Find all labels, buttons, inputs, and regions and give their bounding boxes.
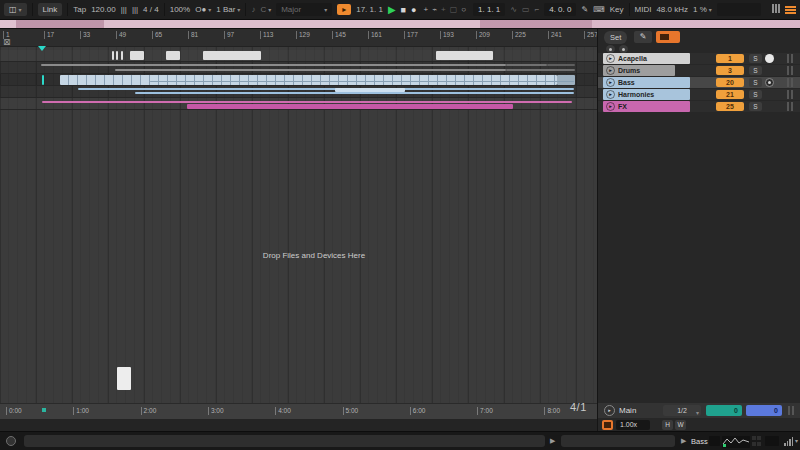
- track-title[interactable]: ▸ Drums: [603, 65, 675, 76]
- groove-selector[interactable]: O● ▾: [195, 5, 211, 14]
- solo-button[interactable]: S: [749, 66, 762, 75]
- clip-value-box[interactable]: [765, 436, 779, 446]
- solo-button[interactable]: S: [749, 102, 762, 111]
- envelope-box-icon[interactable]: ⊠: [3, 37, 11, 47]
- track-header-drums[interactable]: ▸ Drums 3 S: [598, 65, 800, 76]
- dragged-clip[interactable]: [117, 367, 131, 390]
- arm-button[interactable]: [765, 78, 774, 87]
- map-number-badge[interactable]: 1: [716, 54, 744, 63]
- clip[interactable]: [335, 88, 405, 92]
- clip[interactable]: [116, 51, 118, 60]
- status-field-mid[interactable]: [561, 435, 675, 447]
- main-track-header[interactable]: ▸ Main 1/2 ▾ 0 0: [598, 403, 800, 418]
- clip[interactable]: [115, 69, 506, 71]
- computer-midi-keyboard-icon[interactable]: ⌨: [593, 5, 605, 14]
- arrangement-overview[interactable]: [0, 20, 800, 29]
- draw-mode-icon[interactable]: ✎: [581, 5, 588, 14]
- time-ruler[interactable]: 0:001:002:003:004:005:006:007:008:00: [0, 403, 597, 419]
- back-to-arrangement-button[interactable]: [602, 420, 613, 430]
- nudge-down-button[interactable]: |||: [121, 5, 127, 14]
- arm-button[interactable]: [765, 54, 774, 63]
- output-meter-icon[interactable]: [784, 437, 794, 446]
- arrangement-area[interactable]: 1173349658197113129145161177193209225241…: [0, 29, 597, 419]
- follow-button[interactable]: ▸: [337, 4, 351, 15]
- grid-interval-selector[interactable]: 1/2 ▾: [663, 405, 701, 416]
- clip-color-box[interactable]: [709, 436, 720, 446]
- track-title[interactable]: ▸ FX: [603, 101, 690, 112]
- clip[interactable]: [42, 75, 44, 85]
- solo-button[interactable]: S: [749, 54, 762, 63]
- solo-button[interactable]: S: [749, 78, 762, 87]
- tap-tempo-button[interactable]: Tap: [73, 5, 86, 14]
- bar-ruler[interactable]: 1173349658197113129145161177193209225241…: [0, 29, 597, 47]
- expand-arrow-icon[interactable]: ▶: [550, 437, 555, 445]
- chevron-down-icon[interactable]: ▾: [795, 437, 798, 444]
- map-number-badge[interactable]: 21: [716, 90, 744, 99]
- clip[interactable]: [547, 64, 575, 66]
- draw-mode-button[interactable]: ✎: [634, 31, 652, 43]
- quantize-selector[interactable]: 1 Bar ▾: [216, 5, 240, 14]
- clip[interactable]: [42, 101, 572, 103]
- punch-icon[interactable]: ⌐: [535, 5, 540, 14]
- next-locator-button[interactable]: [619, 45, 628, 53]
- scale-name-selector[interactable]: Major ▾: [276, 3, 332, 16]
- track-header-fx[interactable]: ▸ FX 25 S: [598, 101, 800, 112]
- cpu-load-selector[interactable]: 1 % ▾: [693, 5, 712, 14]
- selected-clip-name[interactable]: Bass: [691, 437, 708, 446]
- nudge-up-button[interactable]: |||: [132, 5, 138, 14]
- tempo-field[interactable]: 120.00: [91, 5, 115, 14]
- clip[interactable]: [506, 64, 547, 66]
- fade-tool-icon[interactable]: ∿: [510, 5, 517, 14]
- groove-amount-field[interactable]: 100%: [170, 5, 190, 14]
- track-lanes[interactable]: [0, 50, 597, 110]
- tool-icon[interactable]: +: [423, 5, 428, 14]
- volume-field[interactable]: 0: [746, 405, 782, 416]
- solo-button[interactable]: S: [749, 90, 762, 99]
- status-field-left[interactable]: [24, 435, 545, 447]
- loop-start-display[interactable]: 1. 1. 1: [473, 3, 505, 16]
- menu-icon[interactable]: [785, 5, 796, 15]
- clip[interactable]: [121, 51, 123, 60]
- automation-overdub-button[interactable]: [656, 31, 680, 43]
- map-number-badge[interactable]: 3: [716, 66, 744, 75]
- clip[interactable]: [135, 92, 574, 94]
- playback-speed-field[interactable]: 1.00x: [616, 420, 650, 430]
- clip[interactable]: [112, 51, 114, 60]
- track-header-harmonies[interactable]: ▸ Harmonies 21 S: [598, 89, 800, 100]
- empty-track-area[interactable]: Drop Files and Devices Here: [0, 110, 597, 403]
- clip[interactable]: [166, 51, 180, 60]
- clip[interactable]: [130, 51, 144, 60]
- optimize-width-button[interactable]: W: [675, 420, 686, 430]
- view-menu-button[interactable]: ◫ ▾: [4, 3, 27, 16]
- arrangement-position-display[interactable]: 17. 1. 1: [356, 5, 383, 14]
- clip[interactable]: [187, 104, 513, 109]
- track-title[interactable]: ▸ Harmonies: [603, 89, 690, 100]
- pan-field[interactable]: 0: [706, 405, 742, 416]
- clip[interactable]: [41, 64, 506, 66]
- map-number-badge[interactable]: 20: [716, 78, 744, 87]
- prev-locator-button[interactable]: [606, 45, 615, 53]
- clip[interactable]: [436, 51, 493, 60]
- scale-root-selector[interactable]: C ▾: [260, 5, 271, 14]
- clip[interactable]: [203, 51, 261, 60]
- play-button[interactable]: ▶: [388, 4, 396, 15]
- tool-icon[interactable]: ⌁: [432, 5, 437, 14]
- clip[interactable]: [78, 88, 574, 90]
- optimize-height-button[interactable]: H: [662, 420, 673, 430]
- track-header-acapella[interactable]: ▸ Acapella 1 S: [598, 53, 800, 64]
- clip-waveform-preview[interactable]: [722, 436, 750, 448]
- clip[interactable]: [557, 75, 575, 85]
- track-title[interactable]: ▸ Bass: [603, 77, 690, 88]
- info-icon[interactable]: [6, 436, 16, 446]
- loop-length-display[interactable]: 4. 0. 0: [544, 3, 576, 16]
- clip[interactable]: [60, 75, 557, 85]
- tool-icon[interactable]: ▢: [450, 5, 458, 14]
- key-map-button[interactable]: Key: [610, 5, 624, 14]
- map-number-badge[interactable]: 25: [716, 102, 744, 111]
- track-header-bass[interactable]: ▸ Bass 20 S: [598, 77, 800, 88]
- loop-switch-icon[interactable]: ▭: [522, 5, 530, 14]
- stop-button[interactable]: ■: [401, 5, 406, 15]
- lane-acapella[interactable]: [0, 50, 597, 62]
- record-button[interactable]: ●: [411, 5, 416, 15]
- tool-icon[interactable]: +: [441, 5, 446, 14]
